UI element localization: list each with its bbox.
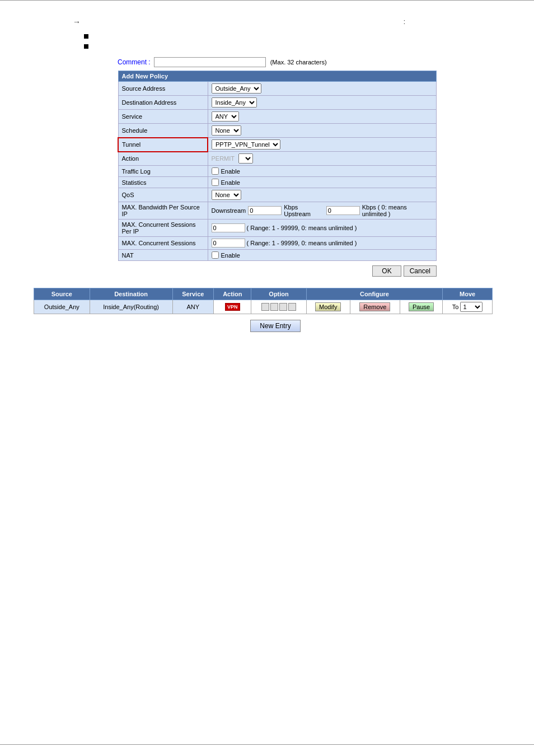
col-source: Source <box>34 288 90 300</box>
traffic-log-label: Traffic Log <box>118 166 208 177</box>
bullet-list <box>84 33 517 49</box>
max-sessions-per-ip-row: MAX. Concurrent Sessions Per IP ( Range:… <box>118 220 437 237</box>
comment-input[interactable] <box>154 57 266 67</box>
source-address-select[interactable]: Outside_Any <box>212 83 261 94</box>
row-service: ANY <box>172 300 214 314</box>
new-entry-row: New Entry <box>34 320 517 332</box>
arrow-icon: → <box>73 17 81 26</box>
statistics-checkbox-label[interactable]: Enable <box>212 179 433 186</box>
policy-list-table: Source Destination Service Action Option… <box>34 288 493 314</box>
option-cell-2 <box>270 303 278 311</box>
policy-form-header-label: Add New Policy <box>118 71 437 82</box>
schedule-label: Schedule <box>118 124 208 138</box>
bandwidth-inputs: Downstream Kbps Upstream Kbps ( 0: means… <box>212 204 433 217</box>
qos-label: QoS <box>118 188 208 202</box>
qos-select[interactable]: None <box>212 190 241 200</box>
traffic-log-row: Traffic Log Enable <box>118 166 437 177</box>
cancel-button[interactable]: Cancel <box>404 265 437 277</box>
policy-form-header: Add New Policy <box>118 71 437 82</box>
remove-button[interactable]: Remove <box>359 302 390 311</box>
max-bandwidth-value[interactable]: Downstream Kbps Upstream Kbps ( 0: means… <box>208 202 437 220</box>
statistics-value[interactable]: Enable <box>208 177 437 188</box>
action-row: Action PERMIT <box>118 152 437 166</box>
action-select[interactable] <box>238 153 253 164</box>
schedule-value[interactable]: None <box>208 124 437 138</box>
kbps-label: Kbps Upstream <box>284 204 324 217</box>
ok-button[interactable]: OK <box>372 265 401 277</box>
comment-label: Comment : <box>118 58 151 66</box>
destination-address-row: Destination Address Inside_Any <box>118 96 437 110</box>
bullet-item-2 <box>84 43 517 49</box>
tunnel-label: Tunnel <box>118 138 208 152</box>
row-source: Outside_Any <box>34 300 90 314</box>
nat-enable-text: Enable <box>221 252 240 259</box>
qos-value[interactable]: None <box>208 188 437 202</box>
bullet-item-1 <box>84 33 517 39</box>
nat-checkbox[interactable] <box>212 251 219 259</box>
pause-button[interactable]: Pause <box>409 302 434 311</box>
traffic-log-enable-text: Enable <box>221 168 240 175</box>
row-action: VPN <box>214 300 251 314</box>
navigation-arrow-line: → : <box>73 17 517 26</box>
source-address-label: Source Address <box>118 82 208 96</box>
statistics-checkbox[interactable] <box>212 179 219 186</box>
schedule-row: Schedule None <box>118 124 437 138</box>
schedule-select[interactable]: None <box>212 125 241 136</box>
move-cell: To 1 <box>446 302 489 312</box>
row-destination: Inside_Any(Routing) <box>90 300 172 314</box>
nat-value[interactable]: Enable <box>208 250 437 261</box>
max-sessions-label: MAX. Concurrent Sessions <box>118 237 208 250</box>
service-label: Service <box>118 110 208 124</box>
source-address-row: Source Address Outside_Any <box>118 82 437 96</box>
policy-list-section: Source Destination Service Action Option… <box>34 288 517 332</box>
statistics-label: Statistics <box>118 177 208 188</box>
modify-button[interactable]: Modify <box>315 302 341 311</box>
service-value[interactable]: ANY <box>208 110 437 124</box>
bullet-square-icon <box>84 34 88 39</box>
service-select[interactable]: ANY <box>212 111 239 122</box>
max-sessions-row: MAX. Concurrent Sessions ( Range: 1 - 99… <box>118 237 437 250</box>
downstream-label: Downstream <box>212 207 246 214</box>
max-bandwidth-row: MAX. Bandwidth Per Source IP Downstream … <box>118 202 437 220</box>
row-modify-cell[interactable]: Modify <box>306 300 350 314</box>
row-pause-cell[interactable]: Pause <box>400 300 442 314</box>
ok-cancel-row: OK Cancel <box>118 265 437 277</box>
nat-checkbox-label[interactable]: Enable <box>212 251 433 259</box>
colon-separator: : <box>404 18 405 26</box>
max-bandwidth-label: MAX. Bandwidth Per Source IP <box>118 202 208 220</box>
upstream-input[interactable] <box>326 206 360 215</box>
option-cell-3 <box>279 303 287 311</box>
max-sessions-per-ip-input[interactable] <box>212 223 245 232</box>
col-move: Move <box>443 288 493 300</box>
row-remove-cell[interactable]: Remove <box>350 300 400 314</box>
vpn-badge: VPN <box>225 303 240 311</box>
row-option <box>251 300 306 314</box>
action-text: PERMIT <box>212 155 235 162</box>
comment-hint: (Max. 32 characters) <box>270 59 327 66</box>
max-sessions-input[interactable] <box>212 239 245 248</box>
traffic-log-value[interactable]: Enable <box>208 166 437 177</box>
move-select[interactable]: 1 <box>460 302 483 312</box>
service-row: Service ANY <box>118 110 437 124</box>
new-entry-button[interactable]: New Entry <box>250 320 300 332</box>
traffic-log-checkbox-label[interactable]: Enable <box>212 167 433 175</box>
downstream-input[interactable] <box>248 206 282 215</box>
qos-row: QoS None <box>118 188 437 202</box>
destination-address-value[interactable]: Inside_Any <box>208 96 437 110</box>
policy-list-row: Outside_Any Inside_Any(Routing) ANY VPN <box>34 300 493 314</box>
row-move-cell[interactable]: To 1 <box>443 300 493 314</box>
destination-address-select[interactable]: Inside_Any <box>212 97 257 108</box>
tunnel-row: Tunnel PPTP_VPN_Tunnel <box>118 138 437 152</box>
max-sessions-per-ip-hint: ( Range: 1 - 99999, 0: means unlimited ) <box>247 225 357 231</box>
option-cell-1 <box>261 303 269 311</box>
source-address-value[interactable]: Outside_Any <box>208 82 437 96</box>
comment-row: Comment : (Max. 32 characters) <box>118 57 517 67</box>
nat-label: NAT <box>118 250 208 261</box>
tunnel-value[interactable]: PPTP_VPN_Tunnel <box>208 138 437 152</box>
action-value: PERMIT <box>208 152 437 166</box>
max-sessions-per-ip-value[interactable]: ( Range: 1 - 99999, 0: means unlimited ) <box>208 220 437 237</box>
tunnel-select[interactable]: PPTP_VPN_Tunnel <box>212 139 280 150</box>
policy-list-header-row: Source Destination Service Action Option… <box>34 288 493 300</box>
traffic-log-checkbox[interactable] <box>212 167 219 175</box>
max-sessions-value[interactable]: ( Range: 1 - 99999, 0: means unlimited ) <box>208 237 437 250</box>
